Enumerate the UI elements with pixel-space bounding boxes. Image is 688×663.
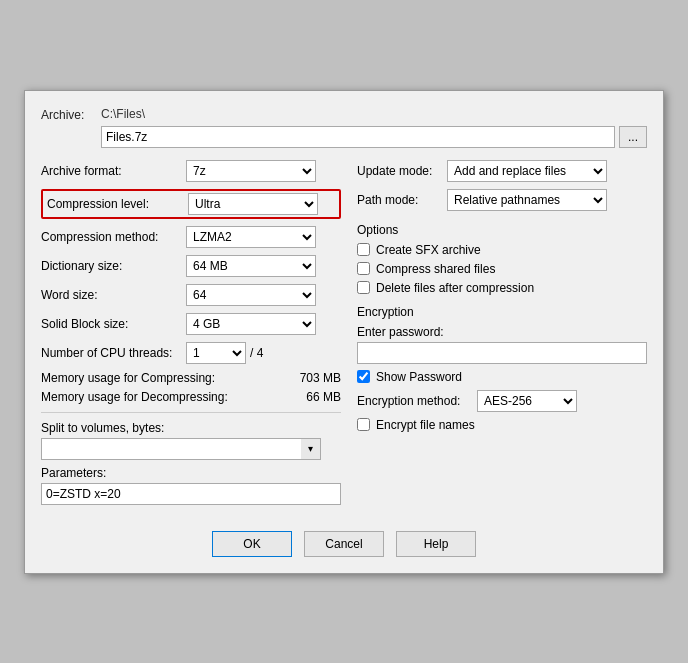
- browse-button[interactable]: ...: [619, 126, 647, 148]
- word-size-select[interactable]: 64: [186, 284, 316, 306]
- enter-password-label: Enter password:: [357, 325, 647, 339]
- create-sfx-checkbox[interactable]: [357, 243, 370, 256]
- compression-method-select[interactable]: LZMA2: [186, 226, 316, 248]
- help-button[interactable]: Help: [396, 531, 476, 557]
- solid-block-label: Solid Block size:: [41, 317, 186, 331]
- enc-method-label: Encryption method:: [357, 394, 477, 408]
- encrypt-filenames-label: Encrypt file names: [376, 418, 475, 432]
- show-password-checkbox[interactable]: [357, 370, 370, 383]
- memory-decompress-value: 66 MB: [281, 390, 341, 404]
- encrypt-filenames-checkbox[interactable]: [357, 418, 370, 431]
- compress-shared-label: Compress shared files: [376, 262, 495, 276]
- solid-block-select[interactable]: 4 GB: [186, 313, 316, 335]
- delete-files-label: Delete files after compression: [376, 281, 534, 295]
- params-input[interactable]: [41, 483, 341, 505]
- main-dialog: Archive: C:\Files\ ... Archive format: 7…: [24, 90, 664, 574]
- word-size-label: Word size:: [41, 288, 186, 302]
- path-mode-label: Path mode:: [357, 193, 447, 207]
- dictionary-size-select[interactable]: 64 MB: [186, 255, 316, 277]
- compress-shared-checkbox[interactable]: [357, 262, 370, 275]
- compression-level-select[interactable]: Ultra: [188, 193, 318, 215]
- memory-decompress-label: Memory usage for Decompressing:: [41, 390, 281, 404]
- dictionary-size-label: Dictionary size:: [41, 259, 186, 273]
- archive-format-label: Archive format:: [41, 164, 186, 178]
- cpu-threads-label: Number of CPU threads:: [41, 346, 186, 360]
- cancel-button[interactable]: Cancel: [304, 531, 384, 557]
- show-password-label: Show Password: [376, 370, 462, 384]
- archive-format-select[interactable]: 7z: [186, 160, 316, 182]
- create-sfx-label: Create SFX archive: [376, 243, 481, 257]
- split-dropdown-arrow[interactable]: ▾: [301, 438, 321, 460]
- enc-method-select[interactable]: AES-256: [477, 390, 577, 412]
- cpu-threads-max: / 4: [250, 346, 263, 360]
- split-input[interactable]: [41, 438, 301, 460]
- memory-compress-value: 703 MB: [281, 371, 341, 385]
- compression-level-label: Compression level:: [47, 197, 188, 211]
- update-mode-select[interactable]: Add and replace files: [447, 160, 607, 182]
- update-mode-label: Update mode:: [357, 164, 447, 178]
- archive-label: Archive:: [41, 108, 101, 122]
- memory-compress-label: Memory usage for Compressing:: [41, 371, 281, 385]
- archive-filename-input[interactable]: [101, 126, 615, 148]
- options-title: Options: [357, 223, 647, 237]
- cpu-threads-select[interactable]: 1: [186, 342, 246, 364]
- split-label: Split to volumes, bytes:: [41, 421, 341, 435]
- encryption-title: Encryption: [357, 305, 647, 319]
- ok-button[interactable]: OK: [212, 531, 292, 557]
- compression-method-label: Compression method:: [41, 230, 186, 244]
- archive-path-label: C:\Files\: [101, 107, 145, 121]
- path-mode-select[interactable]: Relative pathnames: [447, 189, 607, 211]
- password-input[interactable]: [357, 342, 647, 364]
- params-label: Parameters:: [41, 466, 341, 480]
- delete-files-checkbox[interactable]: [357, 281, 370, 294]
